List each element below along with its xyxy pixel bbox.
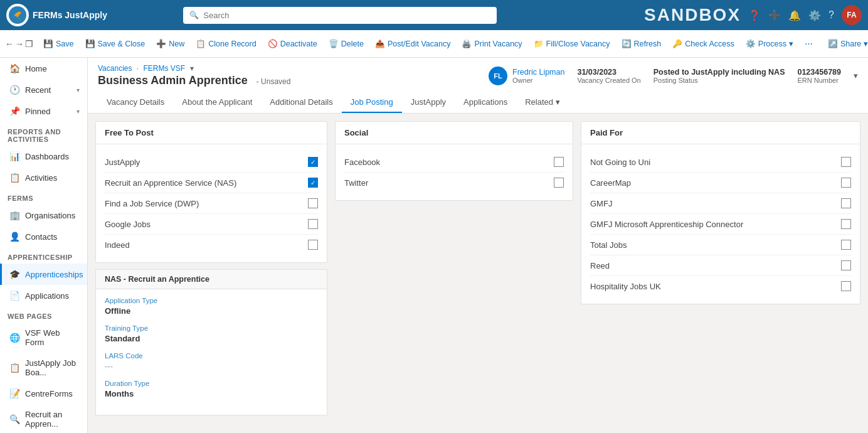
duration-type-field: Duration Type Months [105, 380, 318, 398]
pf-not-going-to-uni-checkbox[interactable] [841, 157, 851, 167]
ftp-justapply-checkbox[interactable] [308, 157, 318, 167]
post-edit-button[interactable]: 📤 Post/Edit Vacancy [370, 36, 456, 51]
save-button[interactable]: 💾 Save [38, 36, 79, 51]
ftp-google-checkbox[interactable] [308, 219, 318, 229]
sidebar-item-recent-label: Recent [25, 85, 51, 95]
pf-reed-row: Reed [590, 255, 851, 276]
search-input[interactable] [183, 7, 497, 24]
record-meta: FL Fredric Lipman Owner 31/03/2023 Vacan… [489, 67, 858, 85]
ftp-indeed-row: Indeed [105, 235, 318, 255]
chevron-down-icon: ▾ [77, 87, 80, 94]
ftp-nas-row: Recruit an Apprentice Service (NAS) [105, 173, 318, 193]
sidebar-item-dashboards[interactable]: 📊 Dashboards [0, 146, 87, 167]
pf-careermap-checkbox[interactable] [841, 178, 851, 188]
sidebar-item-centreforms[interactable]: 📝 CentreForms [0, 383, 87, 404]
breadcrumb-vsf[interactable]: FERMs VSF [144, 64, 186, 73]
pf-gmfj-microsoft-label: GMFJ Microsoft Apprenticeship Connector [590, 220, 841, 229]
ftp-google-label: Google Jobs [105, 220, 308, 229]
tab-justapply[interactable]: JustApply [402, 92, 455, 113]
tab-applications[interactable]: Applications [455, 92, 516, 113]
tab-vacancy-details[interactable]: Vacancy Details [98, 92, 173, 113]
ftp-nas-checkbox[interactable] [308, 178, 318, 188]
process-button[interactable]: ⚙️ Process ▾ [741, 36, 798, 51]
tab-related[interactable]: Related ▾ [516, 92, 568, 113]
new-button[interactable]: ➕ New [151, 36, 189, 51]
question-icon[interactable]: ? [828, 9, 834, 21]
logo-icon [6, 4, 29, 26]
clone-button[interactable]: 📋 Clone Record [191, 36, 261, 51]
meta-chevron-icon[interactable]: ▾ [854, 71, 858, 80]
user-avatar[interactable]: FA [842, 5, 862, 25]
middle-column: Social Facebook Twitter [335, 121, 573, 415]
paid-for-body: Not Going to Uni CareerMap GMFJ GMF [581, 144, 860, 304]
sidebar-item-justapply-board-label: JustApply Job Boa... [25, 358, 80, 377]
social-twitter-checkbox[interactable] [554, 178, 564, 188]
recent-icon: 🕐 [9, 85, 20, 95]
breadcrumb-vacancies[interactable]: Vacancies [98, 64, 132, 73]
sidebar-item-recruit-appren[interactable]: 🔍 Recruit an Appren... [0, 404, 87, 433]
ern-label: ERN Number [797, 77, 841, 84]
process-icon: ⚙️ [746, 39, 756, 48]
nas-header: NAS - Recruit an Apprentice [95, 269, 327, 289]
social-facebook-row: Facebook [344, 152, 564, 173]
fill-close-button[interactable]: 📁 Fill/Close Vacancy [529, 36, 615, 51]
dashboards-icon: 📊 [9, 151, 20, 161]
home-icon: 🏠 [9, 63, 20, 73]
share-button[interactable]: ↗️ Share ▾ [823, 36, 868, 51]
sidebar-item-contacts-label: Contacts [25, 232, 57, 242]
popup-button[interactable]: ❐ [25, 35, 33, 53]
pf-hospitality-jobs-checkbox[interactable] [841, 281, 851, 291]
sidebar-item-apprenticeships[interactable]: 🎓 Apprenticeships [0, 264, 87, 285]
duration-type-value: Months [105, 389, 318, 398]
search-icon: 🔍 [189, 11, 199, 19]
deactivate-button[interactable]: 🚫 Deactivate [263, 36, 322, 51]
gear-icon[interactable]: ⚙️ [808, 9, 821, 21]
pf-total-jobs-checkbox[interactable] [841, 240, 851, 250]
sidebar-item-recent[interactable]: 🕐 Recent ▾ [0, 79, 87, 100]
sidebar-item-vsf-web-form[interactable]: 🌐 VSF Web Form [0, 323, 87, 353]
help-icon[interactable]: ❓ [748, 9, 761, 21]
delete-button[interactable]: 🗑️ Delete [324, 36, 369, 51]
pf-gmfj-checkbox[interactable] [841, 198, 851, 208]
ftp-dwp-checkbox[interactable] [308, 198, 318, 208]
sidebar-item-pinned-label: Pinned [25, 107, 50, 116]
tab-additional-details[interactable]: Additional Details [261, 92, 341, 113]
sidebar-item-organisations[interactable]: 🏢 Organisations [0, 205, 87, 226]
centreforms-icon: 📝 [9, 388, 20, 398]
sidebar-item-home-label: Home [25, 64, 47, 73]
sidebar-item-justapply-job-board[interactable]: 📋 JustApply Job Boa... [0, 353, 87, 383]
application-type-label: Application Type [105, 297, 318, 304]
check-access-button[interactable]: 🔑 Check Access [667, 36, 739, 51]
top-nav-right: SANDBOX ❓ ➕ 🔔 ⚙️ ? FA [644, 5, 862, 25]
tab-job-posting[interactable]: Job Posting [342, 92, 402, 113]
print-button[interactable]: 🖨️ Print Vacancy [457, 36, 527, 51]
sidebar-item-activities[interactable]: 📋 Activities [0, 167, 87, 188]
reports-activities-section: Reports and Activities [0, 122, 87, 146]
back-button[interactable]: ← [5, 35, 14, 53]
pf-total-jobs-label: Total Jobs [590, 240, 841, 250]
pf-gmfj-microsoft-checkbox[interactable] [841, 219, 851, 229]
more-button[interactable]: ⋯ [800, 36, 818, 51]
save-close-button[interactable]: 💾 Save & Close [80, 36, 151, 51]
sidebar-item-applications[interactable]: 📄 Applications [0, 285, 87, 306]
sidebar-item-pinned[interactable]: 📌 Pinned ▾ [0, 100, 87, 122]
pf-careermap-row: CareerMap [590, 173, 851, 193]
social-facebook-checkbox[interactable] [554, 157, 564, 167]
app-logo[interactable]: FERMs JustApply [6, 4, 107, 26]
forward-button[interactable]: → [15, 35, 24, 53]
refresh-button[interactable]: 🔄 Refresh [617, 36, 667, 51]
sidebar-item-contacts[interactable]: 👤 Contacts [0, 226, 87, 247]
web-pages-section: Web Pages [0, 306, 87, 323]
top-navigation: FERMs JustApply 🔍 SANDBOX ❓ ➕ 🔔 ⚙️ ? FA [0, 0, 868, 30]
tab-about-applicant[interactable]: About the Applicant [173, 92, 261, 113]
bell-icon[interactable]: 🔔 [788, 9, 801, 21]
ftp-google-row: Google Jobs [105, 214, 318, 235]
plus-icon[interactable]: ➕ [768, 9, 781, 21]
organisations-icon: 🏢 [9, 210, 20, 220]
pf-reed-checkbox[interactable] [841, 260, 851, 270]
new-icon: ➕ [156, 39, 166, 48]
social-twitter-row: Twitter [344, 173, 564, 193]
ftp-indeed-checkbox[interactable] [308, 240, 318, 250]
owner-name: Fredric Lipman [512, 68, 564, 77]
sidebar-item-home[interactable]: 🏠 Home [0, 58, 87, 79]
